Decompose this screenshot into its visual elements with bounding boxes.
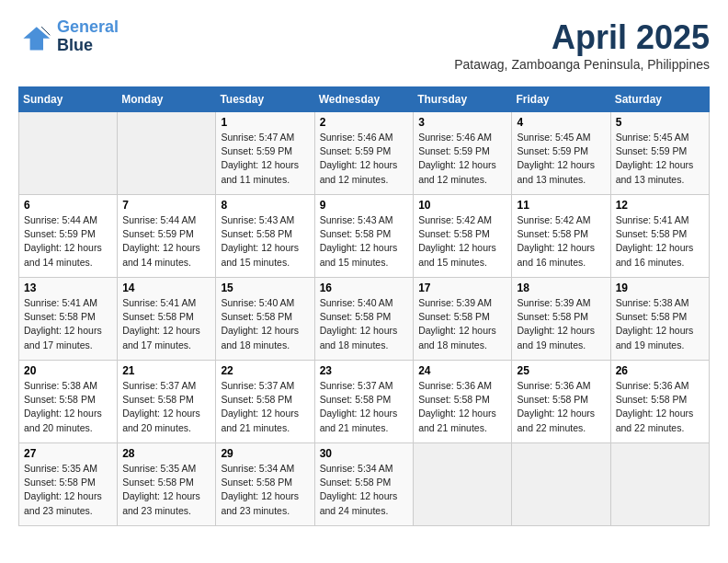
day-info: Sunrise: 5:36 AM Sunset: 5:58 PM Dayligh… [418,379,506,435]
day-number: 22 [221,364,309,377]
day-number: 2 [320,116,409,129]
day-info: Sunrise: 5:36 AM Sunset: 5:58 PM Dayligh… [517,379,605,435]
day-number: 26 [616,364,704,377]
day-info: Sunrise: 5:45 AM Sunset: 5:59 PM Dayligh… [616,131,704,187]
calendar-cell: 21Sunrise: 5:37 AM Sunset: 5:58 PM Dayli… [118,361,216,443]
day-info: Sunrise: 5:39 AM Sunset: 5:58 PM Dayligh… [517,296,605,352]
calendar-cell: 6Sunrise: 5:44 AM Sunset: 5:59 PM Daylig… [19,195,118,278]
calendar-cell: 13Sunrise: 5:41 AM Sunset: 5:58 PM Dayli… [19,278,118,361]
calendar-cell: 4Sunrise: 5:45 AM Sunset: 5:59 PM Daylig… [512,112,610,195]
day-info: Sunrise: 5:47 AM Sunset: 5:59 PM Dayligh… [221,131,309,187]
day-info: Sunrise: 5:40 AM Sunset: 5:58 PM Dayligh… [320,296,409,352]
day-info: Sunrise: 5:45 AM Sunset: 5:59 PM Dayligh… [517,131,605,187]
day-number: 4 [517,116,605,129]
day-number: 9 [320,199,409,212]
day-number: 3 [418,116,506,129]
day-number: 29 [221,447,309,460]
column-header-sunday: Sunday [19,87,118,112]
day-info: Sunrise: 5:37 AM Sunset: 5:58 PM Dayligh… [320,379,409,435]
calendar-cell: 25Sunrise: 5:36 AM Sunset: 5:58 PM Dayli… [512,361,610,443]
calendar-cell: 1Sunrise: 5:47 AM Sunset: 5:59 PM Daylig… [216,112,314,195]
day-info: Sunrise: 5:41 AM Sunset: 5:58 PM Dayligh… [24,296,112,352]
calendar-cell: 15Sunrise: 5:40 AM Sunset: 5:58 PM Dayli… [216,278,314,361]
day-info: Sunrise: 5:35 AM Sunset: 5:58 PM Dayligh… [24,462,112,518]
day-info: Sunrise: 5:44 AM Sunset: 5:59 PM Dayligh… [122,213,210,270]
calendar-cell: 24Sunrise: 5:36 AM Sunset: 5:58 PM Dayli… [414,361,512,443]
calendar-cell [610,443,709,526]
location-subtitle: Patawag, Zamboanga Peninsula, Philippine… [454,57,710,72]
day-info: Sunrise: 5:37 AM Sunset: 5:58 PM Dayligh… [221,379,309,435]
calendar-header-row: SundayMondayTuesdayWednesdayThursdayFrid… [19,87,710,112]
day-number: 30 [320,447,409,460]
calendar-cell: 8Sunrise: 5:43 AM Sunset: 5:58 PM Daylig… [216,195,314,278]
day-number: 20 [24,364,112,377]
column-header-saturday: Saturday [610,87,709,112]
calendar-cell: 28Sunrise: 5:35 AM Sunset: 5:58 PM Dayli… [118,443,216,526]
day-info: Sunrise: 5:38 AM Sunset: 5:58 PM Dayligh… [616,296,704,352]
day-number: 6 [24,199,112,212]
calendar-cell: 11Sunrise: 5:42 AM Sunset: 5:58 PM Dayli… [512,195,610,278]
day-number: 28 [122,447,210,460]
day-info: Sunrise: 5:41 AM Sunset: 5:58 PM Dayligh… [616,213,704,270]
logo: General Blue [18,18,119,55]
calendar-cell: 2Sunrise: 5:46 AM Sunset: 5:59 PM Daylig… [314,112,414,195]
calendar-cell: 18Sunrise: 5:39 AM Sunset: 5:58 PM Dayli… [512,278,610,361]
day-info: Sunrise: 5:43 AM Sunset: 5:58 PM Dayligh… [221,213,309,270]
day-number: 17 [418,282,506,294]
day-number: 5 [616,116,704,129]
calendar-cell: 26Sunrise: 5:36 AM Sunset: 5:58 PM Dayli… [610,361,709,443]
calendar-week-5: 27Sunrise: 5:35 AM Sunset: 5:58 PM Dayli… [19,443,710,526]
calendar-cell: 7Sunrise: 5:44 AM Sunset: 5:59 PM Daylig… [118,195,216,278]
day-number: 14 [122,282,210,294]
calendar-cell: 5Sunrise: 5:45 AM Sunset: 5:59 PM Daylig… [610,112,709,195]
calendar-week-1: 1Sunrise: 5:47 AM Sunset: 5:59 PM Daylig… [19,112,710,195]
calendar-table: SundayMondayTuesdayWednesdayThursdayFrid… [18,86,710,526]
day-info: Sunrise: 5:34 AM Sunset: 5:58 PM Dayligh… [320,462,409,518]
day-info: Sunrise: 5:44 AM Sunset: 5:59 PM Dayligh… [24,213,112,270]
column-header-monday: Monday [118,87,216,112]
day-number: 12 [616,199,704,212]
calendar-week-2: 6Sunrise: 5:44 AM Sunset: 5:59 PM Daylig… [19,195,710,278]
day-info: Sunrise: 5:36 AM Sunset: 5:58 PM Dayligh… [616,379,704,435]
day-number: 19 [616,282,704,294]
logo-icon [18,20,51,53]
calendar-cell: 19Sunrise: 5:38 AM Sunset: 5:58 PM Dayli… [610,278,709,361]
day-info: Sunrise: 5:38 AM Sunset: 5:58 PM Dayligh… [24,379,112,435]
month-title: April 2025 [454,18,710,57]
calendar-cell: 27Sunrise: 5:35 AM Sunset: 5:58 PM Dayli… [19,443,118,526]
day-info: Sunrise: 5:39 AM Sunset: 5:58 PM Dayligh… [418,296,506,352]
title-block: April 2025 Patawag, Zamboanga Peninsula,… [454,18,710,72]
day-number: 13 [24,282,112,294]
day-number: 16 [320,282,409,294]
calendar-cell: 23Sunrise: 5:37 AM Sunset: 5:58 PM Dayli… [314,361,414,443]
calendar-week-3: 13Sunrise: 5:41 AM Sunset: 5:58 PM Dayli… [19,278,710,361]
day-number: 24 [418,364,506,377]
day-info: Sunrise: 5:34 AM Sunset: 5:58 PM Dayligh… [221,462,309,518]
day-info: Sunrise: 5:42 AM Sunset: 5:58 PM Dayligh… [418,213,506,270]
calendar-body: 1Sunrise: 5:47 AM Sunset: 5:59 PM Daylig… [19,112,710,526]
day-number: 1 [221,116,309,129]
day-number: 15 [221,282,309,294]
day-number: 10 [418,199,506,212]
day-info: Sunrise: 5:41 AM Sunset: 5:58 PM Dayligh… [122,296,210,352]
day-info: Sunrise: 5:37 AM Sunset: 5:58 PM Dayligh… [122,379,210,435]
calendar-week-4: 20Sunrise: 5:38 AM Sunset: 5:58 PM Dayli… [19,361,710,443]
calendar-cell: 16Sunrise: 5:40 AM Sunset: 5:58 PM Dayli… [314,278,414,361]
day-info: Sunrise: 5:35 AM Sunset: 5:58 PM Dayligh… [122,462,210,518]
calendar-cell: 12Sunrise: 5:41 AM Sunset: 5:58 PM Dayli… [610,195,709,278]
calendar-cell [19,112,118,195]
column-header-friday: Friday [512,87,610,112]
day-info: Sunrise: 5:40 AM Sunset: 5:58 PM Dayligh… [221,296,309,352]
calendar-cell: 3Sunrise: 5:46 AM Sunset: 5:59 PM Daylig… [414,112,512,195]
calendar-cell: 29Sunrise: 5:34 AM Sunset: 5:58 PM Dayli… [216,443,314,526]
day-info: Sunrise: 5:42 AM Sunset: 5:58 PM Dayligh… [517,213,605,270]
day-number: 8 [221,199,309,212]
column-header-thursday: Thursday [414,87,512,112]
calendar-cell: 17Sunrise: 5:39 AM Sunset: 5:58 PM Dayli… [414,278,512,361]
calendar-cell: 30Sunrise: 5:34 AM Sunset: 5:58 PM Dayli… [314,443,414,526]
calendar-cell [414,443,512,526]
column-header-wednesday: Wednesday [314,87,414,112]
day-number: 27 [24,447,112,460]
calendar-cell [512,443,610,526]
calendar-cell: 9Sunrise: 5:43 AM Sunset: 5:58 PM Daylig… [314,195,414,278]
